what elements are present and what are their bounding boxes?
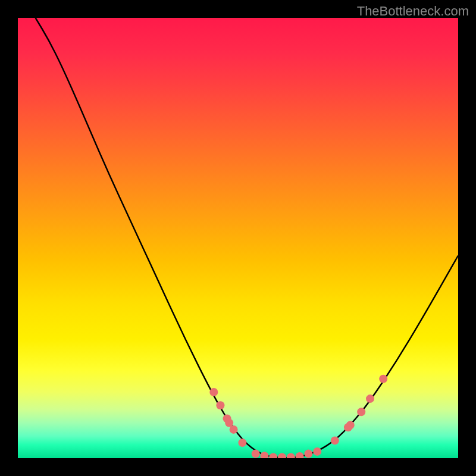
data-point: [313, 447, 321, 456]
data-point: [346, 421, 355, 430]
data-point: [269, 453, 277, 459]
data-point: [209, 388, 218, 396]
data-point: [366, 394, 374, 403]
data-point: [331, 436, 339, 444]
data-point: [304, 450, 312, 458]
data-markers: [209, 375, 387, 458]
chart-svg: [18, 18, 458, 458]
attribution-text: TheBottleneck.com: [357, 4, 469, 19]
data-point: [260, 452, 268, 458]
plot-area: [18, 18, 458, 458]
data-point: [296, 452, 304, 458]
data-point: [238, 439, 246, 447]
data-point: [379, 375, 387, 383]
data-point: [287, 453, 295, 459]
data-point: [230, 425, 238, 434]
data-point: [278, 453, 286, 459]
data-point: [252, 450, 260, 458]
data-point: [357, 408, 365, 416]
data-point: [216, 401, 224, 409]
bottleneck-curve: [36, 18, 458, 458]
